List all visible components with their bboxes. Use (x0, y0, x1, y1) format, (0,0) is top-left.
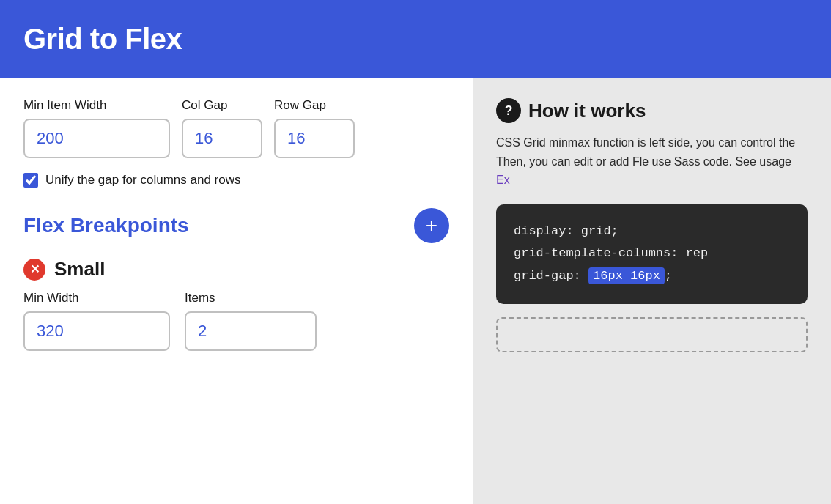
breakpoint-item-small: ✕ Small Min Width Items (23, 258, 449, 351)
code-line-2: grid-template-columns: rep (514, 242, 790, 265)
flex-breakpoints-title: Flex Breakpoints (23, 214, 189, 237)
row-gap-label: Row Gap (274, 98, 355, 113)
input-row: Min Item Width Col Gap Row Gap (23, 98, 449, 158)
col-gap-label: Col Gap (182, 98, 262, 113)
x-icon: ✕ (30, 262, 40, 276)
add-breakpoint-button[interactable]: + (414, 208, 449, 243)
col-gap-group: Col Gap (182, 98, 262, 158)
unify-gap-label[interactable]: Unify the gap for columns and rows (45, 173, 240, 188)
min-item-width-group: Min Item Width (23, 98, 170, 158)
min-width-group: Min Width (23, 291, 170, 351)
description-text: CSS Grid minmax function is left side, y… (496, 133, 808, 190)
items-label: Items (185, 291, 317, 305)
example-link[interactable]: Ex (496, 174, 510, 186)
breakpoint-header: ✕ Small (23, 258, 449, 281)
unify-gap-row: Unify the gap for columns and rows (23, 173, 449, 188)
min-item-width-label: Min Item Width (23, 98, 170, 113)
row-gap-group: Row Gap (274, 98, 355, 158)
question-icon: ? (496, 98, 521, 123)
code-line-3: grid-gap: 16px 16px; (514, 265, 790, 288)
breakpoint-name: Small (54, 258, 105, 281)
min-width-label: Min Width (23, 291, 170, 305)
right-panel: ? How it works CSS Grid minmax function … (473, 78, 831, 504)
flex-breakpoints-section-header: Flex Breakpoints + (23, 208, 449, 243)
main-layout: Min Item Width Col Gap Row Gap Unify the… (0, 78, 831, 504)
col-gap-input[interactable] (182, 119, 262, 158)
left-panel: Min Item Width Col Gap Row Gap Unify the… (0, 78, 473, 504)
app-header: Grid to Flex (0, 0, 831, 78)
unify-gap-checkbox[interactable] (23, 173, 38, 188)
breakpoint-items-input[interactable] (185, 311, 317, 351)
min-item-width-input[interactable] (23, 119, 170, 158)
remove-breakpoint-button[interactable]: ✕ (23, 259, 45, 281)
how-it-works-heading: ? How it works (496, 98, 808, 123)
code-block: display: grid; grid-template-columns: re… (496, 204, 808, 304)
app-title: Grid to Flex (23, 23, 182, 56)
items-group: Items (185, 291, 317, 351)
breakpoint-inputs: Min Width Items (23, 291, 449, 351)
breakpoint-min-width-input[interactable] (23, 311, 170, 351)
code-line-1: display: grid; (514, 220, 790, 243)
how-it-works-title-text: How it works (528, 100, 646, 122)
code-highlight: 16px 16px (588, 267, 665, 284)
row-gap-input[interactable] (274, 119, 355, 158)
dashed-preview-box (496, 317, 808, 352)
